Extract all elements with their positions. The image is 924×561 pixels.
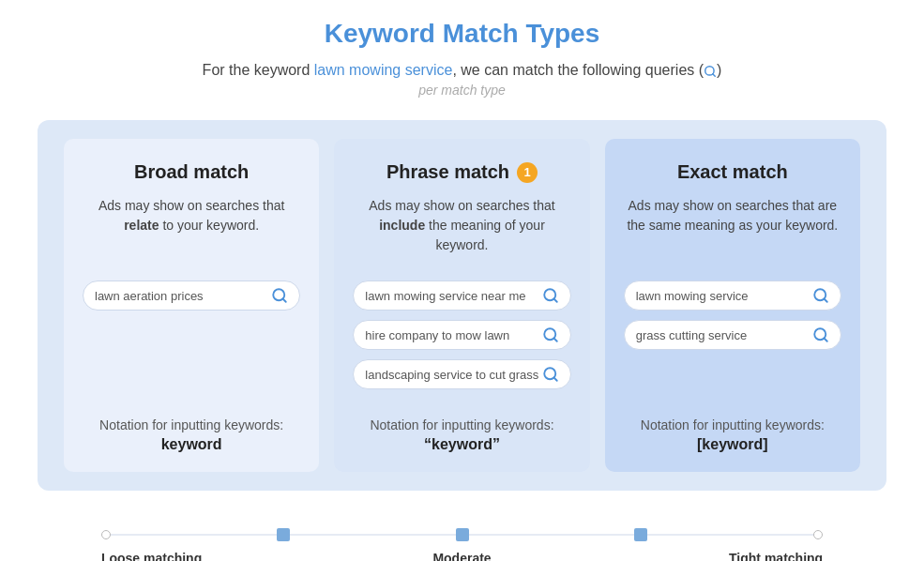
card-phrase-title: Phrase match 1 — [386, 161, 538, 183]
svg-line-13 — [824, 338, 826, 341]
notation-phrase: Notation for inputting keywords: “keywor… — [370, 399, 553, 453]
search-text-phrase-2: landscaping service to cut grass — [365, 368, 541, 382]
timeline-marker-2 — [456, 528, 469, 541]
page-title: Keyword Match Types — [325, 19, 600, 49]
notation-phrase-value: “keyword” — [370, 436, 553, 453]
search-icon-exact-0 — [812, 287, 829, 304]
notation-phrase-label: Notation for inputting keywords: — [370, 417, 553, 432]
svg-line-9 — [553, 377, 556, 380]
phrase-badge: 1 — [517, 162, 538, 183]
svg-line-11 — [824, 298, 826, 301]
notation-broad-value: keyword — [99, 436, 283, 453]
svg-line-5 — [553, 298, 556, 301]
svg-line-3 — [283, 298, 286, 301]
search-text-exact-0: lawn mowing service — [636, 289, 812, 303]
card-phrase-desc: Ads may show on searches that include th… — [353, 196, 570, 262]
timeline-label-1: Moderate matching — [406, 551, 519, 561]
timeline-dot-end — [813, 530, 823, 539]
search-box-exact-1[interactable]: grass cutting service — [624, 320, 841, 350]
search-box-phrase-0[interactable]: lawn mowing service near me — [353, 280, 570, 311]
timeline-label-2: Tight matching — [710, 551, 823, 561]
notation-broad: Notation for inputting keywords: keyword — [99, 399, 283, 453]
card-exact-title: Exact match — [677, 161, 788, 183]
search-icon-inline — [704, 65, 717, 78]
search-text-phrase-1: hire company to mow lawn — [365, 328, 541, 342]
notation-broad-label: Notation for inputting keywords: — [99, 417, 283, 432]
timeline-label-0: Loose matching — [101, 551, 214, 561]
timeline-marker-1 — [277, 528, 290, 541]
card-exact-desc: Ads may show on searches that are the sa… — [624, 196, 841, 262]
subtitle-end: ) — [717, 62, 721, 78]
keyword-link[interactable]: lawn mowing service — [314, 62, 453, 78]
search-icon-phrase-1 — [542, 326, 559, 343]
search-icon-exact-1 — [812, 326, 829, 343]
search-box-broad-0[interactable]: lawn aeration prices — [83, 280, 300, 311]
notation-exact-label: Notation for inputting keywords: — [641, 417, 825, 432]
card-phrase: Phrase match 1 Ads may show on searches … — [334, 139, 589, 472]
card-broad-title: Broad match — [134, 161, 249, 183]
search-icon-broad-0 — [271, 287, 288, 304]
search-icon-phrase-0 — [542, 287, 559, 304]
subtitle: For the keyword lawn mowing service, we … — [203, 62, 722, 79]
timeline-labels: Loose matching Moderate matching Tight m… — [101, 551, 823, 561]
card-broad-desc: Ads may show on searches that relate to … — [83, 196, 300, 262]
search-box-phrase-1[interactable]: hire company to mow lawn — [353, 320, 570, 350]
svg-line-1 — [713, 73, 716, 76]
svg-line-7 — [553, 338, 556, 341]
timeline-marker-3 — [634, 528, 647, 541]
search-text-broad-0: lawn aeration prices — [95, 289, 271, 303]
subtitle-suffix: , we can match the following queries ( — [452, 62, 704, 78]
search-text-phrase-0: lawn mowing service near me — [365, 289, 541, 303]
subtitle-prefix: For the keyword — [203, 62, 314, 78]
notation-exact: Notation for inputting keywords: [keywor… — [641, 399, 825, 453]
search-box-exact-0[interactable]: lawn mowing service — [624, 280, 841, 311]
search-box-phrase-2[interactable]: landscaping service to cut grass — [353, 359, 570, 389]
per-match-label: per match type — [418, 83, 506, 98]
notation-exact-value: [keyword] — [641, 436, 825, 453]
card-broad: Broad match Ads may show on searches tha… — [64, 139, 319, 472]
search-text-exact-1: grass cutting service — [636, 328, 812, 342]
search-icon-phrase-2 — [542, 366, 559, 383]
timeline-dot-start — [101, 530, 111, 539]
timeline-container: Loose matching Moderate matching Tight m… — [38, 528, 886, 561]
timeline-track — [101, 528, 823, 541]
cards-container: Broad match Ads may show on searches tha… — [38, 120, 886, 491]
card-exact: Exact match Ads may show on searches tha… — [605, 139, 860, 472]
